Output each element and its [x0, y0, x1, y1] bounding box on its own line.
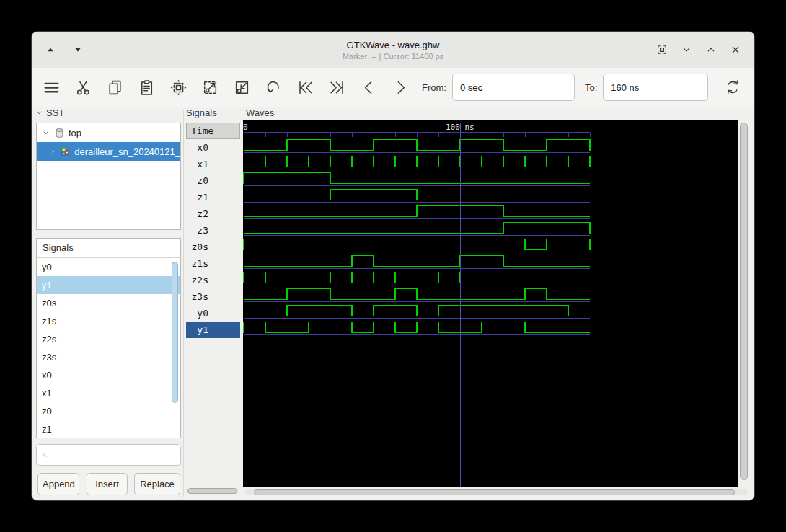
cut-button[interactable] [71, 74, 94, 100]
signal-list-frame: Signals y0y1z0sz1sz2sz3sx0x1z0z1 [36, 238, 181, 438]
insert-button[interactable]: Insert [87, 473, 128, 495]
cut-icon [74, 79, 92, 97]
append-button[interactable]: Append [37, 473, 79, 495]
paste-button[interactable] [135, 74, 158, 100]
panel-splitter-right[interactable] [242, 110, 242, 497]
signal-list-item-x1[interactable]: x1 [37, 384, 180, 402]
signal-name-y1[interactable]: y1 [186, 322, 240, 338]
chevron-up-icon [705, 43, 717, 56]
step-right-button[interactable] [389, 74, 412, 100]
zoom-out-icon [233, 79, 251, 97]
waveform-svg: 0100 ns [243, 120, 738, 487]
fit-icon [655, 43, 668, 56]
titlebar-center: GTKWave - wave.ghw Marker: -- | Cursor: … [32, 39, 754, 61]
signal-list-item-z1[interactable]: z1 [37, 420, 180, 438]
database-icon [53, 127, 66, 139]
signal-name-z0s[interactable]: z0s [186, 239, 240, 255]
waves-vscrollbar-thumb[interactable] [740, 123, 748, 480]
signal-name-x1[interactable]: x1 [186, 156, 240, 172]
time-header[interactable]: Time [186, 123, 240, 139]
zoom-out-button[interactable] [230, 74, 253, 100]
triangle-up-icon [44, 43, 57, 56]
window-chevron-down-button[interactable] [678, 41, 695, 58]
search-box [36, 444, 181, 466]
skip-to-end-button[interactable] [325, 74, 348, 100]
signal-list[interactable]: y0y1z0sz1sz2sz3sx0x1z0z1 [37, 258, 180, 438]
zoom-in-icon [201, 79, 219, 97]
gtkwave-window: GTKWave - wave.ghw Marker: -- | Cursor: … [32, 32, 754, 500]
signal-list-item-z3s[interactable]: z3s [37, 348, 180, 366]
window-chevron-up-button[interactable] [702, 41, 720, 58]
undo-button[interactable] [262, 74, 285, 100]
signal-list-item-y0[interactable]: y0 [37, 258, 180, 276]
chevron-down-icon [680, 43, 693, 56]
names-frame-label: Signals [186, 107, 217, 118]
signal-name-z2[interactable]: z2 [186, 205, 240, 222]
signal-name-column[interactable]: x0x1z0z1z2z3z0sz1sz2sz3sy0y1 [186, 139, 240, 338]
window-triangle-up-button[interactable] [42, 41, 59, 58]
menu-button[interactable] [40, 74, 63, 100]
signal-name-z1s[interactable]: z1s [186, 255, 240, 272]
titlebar-left-controls [42, 32, 87, 68]
signal-name-z3s[interactable]: z3s [186, 288, 240, 305]
toolbar: From: To: [32, 68, 754, 107]
names-panel-label: Signals [186, 107, 217, 118]
signal-name-x0[interactable]: x0 [186, 139, 240, 156]
sst-frame-label[interactable]: SST [35, 107, 64, 118]
signal-name-z3[interactable]: z3 [186, 222, 240, 239]
signal-list-scrollbar-thumb[interactable] [172, 262, 178, 403]
paste-icon [138, 79, 156, 97]
signal-list-item-z2s[interactable]: z2s [37, 330, 180, 348]
skip-to-end-icon [328, 79, 346, 97]
copy-icon [106, 79, 124, 97]
waves-hscrollbar-thumb[interactable] [254, 489, 735, 495]
titlebar: GTKWave - wave.ghw Marker: -- | Cursor: … [32, 32, 754, 68]
main-content: SST top derailleur_sn_20240121_ Signals … [32, 107, 754, 500]
step-left-button[interactable] [357, 74, 380, 100]
from-input[interactable] [452, 74, 575, 101]
signal-name-z1[interactable]: z1 [186, 189, 240, 205]
window-title: GTKWave - wave.ghw [32, 39, 754, 51]
sst-tree[interactable]: top derailleur_sn_20240121_ [36, 123, 181, 230]
triangle-down-icon [71, 43, 84, 56]
tree-item-instance[interactable]: derailleur_sn_20240121_ [37, 142, 180, 161]
waves-vscrollbar[interactable] [740, 123, 748, 480]
signal-list-item-z1s[interactable]: z1s [37, 312, 180, 330]
signal-list-item-x0[interactable]: x0 [37, 366, 180, 384]
window-close-button[interactable] [727, 41, 744, 58]
waves-hscrollbar[interactable] [245, 489, 748, 495]
waves-frame-label: Waves [246, 107, 274, 118]
copy-button[interactable] [103, 74, 126, 100]
from-label: From: [422, 82, 446, 93]
menu-icon [43, 79, 61, 97]
signal-list-item-z0s[interactable]: z0s [37, 294, 180, 312]
tree-item-instance-label: derailleur_sn_20240121_ [74, 146, 180, 157]
signal-name-y0[interactable]: y0 [186, 305, 240, 322]
signal-list-item-z0[interactable]: z0 [37, 402, 180, 420]
waves-panel-label: Waves [246, 107, 274, 118]
names-hscrollbar[interactable] [187, 488, 239, 494]
skip-to-start-button[interactable] [293, 74, 317, 100]
wave-canvas[interactable]: 0100 ns [243, 120, 738, 487]
module-icon [59, 146, 71, 158]
caret-right-icon [50, 147, 56, 156]
panel-splitter-left[interactable] [183, 110, 184, 497]
zoom-in-button[interactable] [198, 74, 221, 100]
window-fit-button[interactable] [653, 41, 671, 58]
names-hscrollbar-thumb[interactable] [187, 488, 237, 494]
signal-list-item-y1[interactable]: y1 [37, 276, 180, 294]
replace-button[interactable]: Replace [134, 473, 180, 495]
zoom-fit-button[interactable] [167, 74, 190, 100]
signal-list-header: Signals [37, 239, 180, 258]
signal-search-input[interactable] [50, 444, 180, 466]
window-triangle-down-button[interactable] [69, 41, 87, 58]
signal-name-z0[interactable]: z0 [186, 172, 240, 189]
signal-list-scrollbar[interactable] [172, 262, 178, 403]
reload-button[interactable] [721, 74, 744, 100]
tree-item-top[interactable]: top [37, 123, 180, 142]
to-input[interactable] [603, 74, 708, 101]
toolbar-icon-group [32, 74, 412, 100]
search-icon [41, 449, 48, 461]
signal-name-z2s[interactable]: z2s [186, 272, 240, 288]
step-left-icon [360, 79, 378, 97]
